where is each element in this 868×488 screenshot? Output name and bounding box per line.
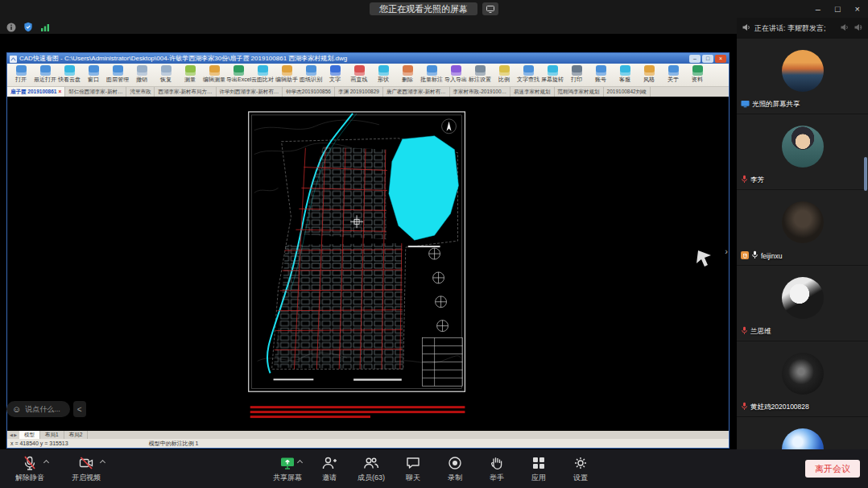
mic-muted-icon: [741, 326, 748, 337]
sheet-nav-icons[interactable]: [7, 431, 19, 439]
cad-toolbar-button[interactable]: 最近打开: [33, 64, 57, 85]
participant-tile[interactable]: 兰思维: [737, 266, 868, 341]
participant-tile[interactable]: 黄娃鸡2020100828: [737, 341, 868, 416]
cad-maximize-button[interactable]: □: [702, 55, 713, 63]
maximize-button[interactable]: □: [835, 0, 841, 18]
cad-drawing-tab[interactable]: 范翱鸿李家村规划: [555, 87, 604, 97]
cad-drawing-tab[interactable]: 钟学杰2019100856: [283, 87, 335, 97]
members-button[interactable]: 成员(63): [353, 454, 389, 483]
cad-close-button[interactable]: ×: [715, 55, 726, 63]
cad-canvas[interactable]: [7, 97, 729, 431]
cad-drawing-tab-label: 李渊 2019100829: [338, 89, 379, 94]
cad-toolbar-button[interactable]: 账号: [589, 64, 613, 85]
cad-drawing-tab-label: 2019100842刘峻: [607, 89, 647, 94]
cad-toolbar-button[interactable]: 资料: [685, 64, 709, 85]
meeting-bottom-bar: 解除静音 开启视频 共享屏幕 邀请: [0, 449, 868, 488]
participant-name: 兰思维: [750, 327, 771, 337]
cad-tool-label: 批量标注: [420, 76, 444, 83]
cad-drawing-tab[interactable]: 2019100842刘峻: [604, 87, 651, 97]
cad-toolbar-button[interactable]: 关于: [661, 64, 685, 85]
cad-toolbar-button[interactable]: 导出Excel: [226, 64, 250, 85]
cad-toolbar-button[interactable]: 客服: [613, 64, 637, 85]
leave-meeting-button[interactable]: 离开会议: [805, 460, 860, 478]
participant-tile[interactable]: 李芳: [737, 114, 868, 189]
cad-drawing-tab[interactable]: 李渊 2019100829: [335, 87, 383, 97]
cad-toolbar-button[interactable]: 云图比对: [250, 64, 275, 85]
cad-tool-label: 编辑测量: [202, 76, 226, 83]
cad-tool-icon: [596, 65, 606, 76]
cad-toolbar-button[interactable]: 打开: [9, 64, 33, 85]
cad-toolbar-button[interactable]: 打印: [564, 64, 589, 85]
cad-tool-label: 资料: [685, 76, 709, 83]
tab-close-icon[interactable]: [58, 89, 61, 94]
close-button[interactable]: ×: [855, 0, 860, 18]
cad-toolbar-button[interactable]: 标注设置: [468, 64, 492, 85]
members-label: 成员(63): [353, 473, 389, 483]
cad-drawing-tab-label: 西湖李家-新村布局方…: [158, 89, 212, 94]
cad-tool-label: 文字: [323, 76, 347, 83]
record-label: 录制: [437, 473, 473, 483]
emoji-icon[interactable]: [12, 404, 21, 414]
chat-quick-input[interactable]: 说点什么...: [6, 401, 70, 417]
cad-drawing-tab[interactable]: 湾里市政: [126, 87, 155, 97]
cad-toolbar-button[interactable]: 图纸识别: [299, 64, 323, 85]
raise-hand-button[interactable]: 举手: [479, 454, 515, 483]
cad-drawing-tab[interactable]: 邹仁俭西湖李家-新村…: [65, 87, 126, 97]
sheet-tab[interactable]: 模型: [19, 431, 40, 439]
cad-minimize-button[interactable]: –: [689, 55, 701, 63]
chat-collapse-button[interactable]: <: [73, 401, 86, 417]
audio-share-icon[interactable]: [854, 23, 863, 34]
cad-drawing-tab[interactable]: 许学刘西湖李家-新村有…: [217, 87, 283, 97]
participant-tile-screen-share[interactable]: 光照的屏幕共享: [737, 39, 868, 114]
minimize-button[interactable]: –: [816, 0, 820, 18]
cad-toolbar-button[interactable]: 快看云盘: [57, 64, 81, 85]
cad-toolbar-button[interactable]: 形状: [371, 64, 395, 85]
side-panel-expand-arrow[interactable]: [725, 246, 728, 256]
participant-tile[interactable]: [737, 417, 868, 449]
cad-toolbar-button[interactable]: 导入导出: [444, 64, 468, 85]
cad-toolbar-button[interactable]: 撤销: [130, 64, 154, 85]
cad-drawing-tab[interactable]: 易迷李家村规划: [510, 87, 555, 97]
share-screen-button[interactable]: 共享屏幕: [270, 454, 305, 483]
banner-display-settings-icon[interactable]: [482, 2, 498, 15]
cad-toolbar-button[interactable]: 文字: [323, 64, 347, 85]
cad-toolbar-button[interactable]: 窗口: [81, 64, 105, 85]
cad-title-bar[interactable]: CAD快速看图 - C:\Users\Administrator\Desktop…: [7, 53, 729, 64]
volume-icon[interactable]: [840, 23, 849, 34]
settings-button[interactable]: 设置: [563, 454, 598, 483]
cad-drawing-tab[interactable]: 扇子霞 2019100861: [7, 87, 65, 97]
cad-tool-icon: [548, 65, 558, 76]
chat-icon: [395, 454, 431, 471]
sheet-tab[interactable]: 布局2: [64, 431, 89, 439]
cad-toolbar-button[interactable]: 风格: [637, 64, 661, 85]
cad-toolbar-button[interactable]: 编辑助手: [275, 64, 299, 85]
cad-drawing-tabs: 扇子霞 2019100861 邹仁俭西湖李家-新村… 湾里市政 西湖李家-新村布…: [7, 87, 729, 97]
cad-tool-label: 最近打开: [33, 76, 57, 83]
invite-button[interactable]: 邀请: [312, 454, 347, 483]
cad-toolbar: 打开 最近打开 快看云盘 窗口: [7, 64, 729, 87]
cad-toolbar-button[interactable]: 删除: [395, 64, 420, 85]
cad-toolbar-button[interactable]: 屏幕旋转: [540, 64, 564, 85]
sidebar-scrollbar[interactable]: [864, 157, 867, 191]
unmute-button[interactable]: 解除静音: [8, 454, 52, 483]
apps-button[interactable]: 应用: [521, 454, 556, 483]
cad-toolbar-button[interactable]: 测量: [178, 64, 202, 85]
cad-toolbar-button[interactable]: 比例: [492, 64, 516, 85]
start-video-button[interactable]: 开启视频: [64, 454, 108, 483]
cad-drawing-tab[interactable]: 西湖李家-新村布局方…: [155, 87, 216, 97]
record-button[interactable]: 录制: [437, 454, 473, 483]
sheet-tab[interactable]: 布局1: [40, 431, 64, 439]
cad-toolbar-button[interactable]: 批量标注: [420, 64, 444, 85]
participant-tile[interactable]: feijinxu: [737, 190, 868, 265]
cad-drawing-tab-label: 李家村市政-2019100…: [453, 89, 506, 94]
cad-drawing: [7, 97, 729, 431]
cad-toolbar-button[interactable]: 恢复: [154, 64, 178, 85]
cad-drawing-tab[interactable]: 李家村市政-2019100…: [450, 87, 510, 97]
cad-toolbar-button[interactable]: 编辑测量: [202, 64, 226, 85]
cad-tool-label: 文字查找: [516, 76, 540, 83]
chat-button[interactable]: 聊天: [395, 454, 431, 483]
cad-toolbar-button[interactable]: 画直线: [347, 64, 371, 85]
cad-toolbar-button[interactable]: 图层管理: [105, 64, 130, 85]
cad-toolbar-button[interactable]: 文字查找: [516, 64, 540, 85]
cad-drawing-tab[interactable]: 唐广袤西湖李家-新村有…: [383, 87, 450, 97]
